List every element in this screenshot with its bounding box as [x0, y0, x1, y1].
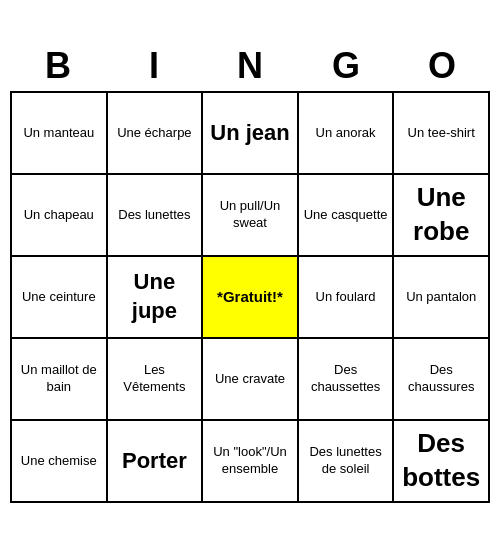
- header-n: N: [206, 45, 294, 87]
- cell-20[interactable]: Une chemise: [12, 421, 108, 503]
- cell-23[interactable]: Des lunettes de soleil: [299, 421, 395, 503]
- cell-22[interactable]: Un "look"/Un ensemble: [203, 421, 299, 503]
- cell-9[interactable]: Une robe: [394, 175, 490, 257]
- cell-7[interactable]: Un pull/Un sweat: [203, 175, 299, 257]
- cell-14[interactable]: Un pantalon: [394, 257, 490, 339]
- cell-4[interactable]: Un tee-shirt: [394, 93, 490, 175]
- cell-6[interactable]: Des lunettes: [108, 175, 204, 257]
- cell-2[interactable]: Un jean: [203, 93, 299, 175]
- cell-12-gratuit[interactable]: *Gratuit!*: [203, 257, 299, 339]
- bingo-grid: Un manteau Une écharpe Un jean Un anorak…: [10, 91, 490, 503]
- bingo-card: B I N G O Un manteau Une écharpe Un jean…: [10, 41, 490, 503]
- header-i: I: [110, 45, 198, 87]
- header-o: O: [398, 45, 486, 87]
- cell-11[interactable]: Une jupe: [108, 257, 204, 339]
- cell-5[interactable]: Un chapeau: [12, 175, 108, 257]
- cell-18[interactable]: Des chaussettes: [299, 339, 395, 421]
- header-g: G: [302, 45, 390, 87]
- bingo-header: B I N G O: [10, 41, 490, 91]
- cell-13[interactable]: Un foulard: [299, 257, 395, 339]
- cell-8[interactable]: Une casquette: [299, 175, 395, 257]
- header-b: B: [14, 45, 102, 87]
- cell-21[interactable]: Porter: [108, 421, 204, 503]
- cell-3[interactable]: Un anorak: [299, 93, 395, 175]
- cell-10[interactable]: Une ceinture: [12, 257, 108, 339]
- cell-24[interactable]: Des bottes: [394, 421, 490, 503]
- cell-16[interactable]: Les Vêtements: [108, 339, 204, 421]
- cell-17[interactable]: Une cravate: [203, 339, 299, 421]
- cell-15[interactable]: Un maillot de bain: [12, 339, 108, 421]
- cell-1[interactable]: Une écharpe: [108, 93, 204, 175]
- cell-19[interactable]: Des chaussures: [394, 339, 490, 421]
- cell-0[interactable]: Un manteau: [12, 93, 108, 175]
